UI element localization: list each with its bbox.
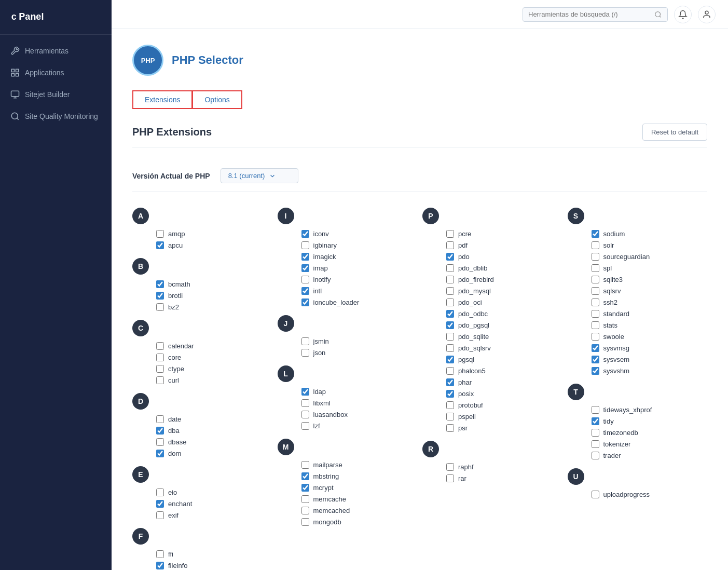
checkbox-pcre[interactable] <box>446 230 454 238</box>
checkbox-pspell[interactable] <box>446 413 454 420</box>
checkbox-pdo_pgsql[interactable] <box>446 321 454 329</box>
monitor-icon <box>10 90 20 99</box>
sidebar-item-applications[interactable]: Applications <box>0 62 112 84</box>
checkbox-mbstring[interactable] <box>301 472 309 480</box>
sidebar-item-sitejet[interactable]: Sitejet Builder <box>0 84 112 105</box>
checkbox-libxml[interactable] <box>301 399 309 407</box>
sidebar-item-herramientas[interactable]: Herramientas <box>0 40 112 62</box>
sidebar-label-herramientas: Herramientas <box>25 47 68 55</box>
letter-badge-R: R <box>422 441 439 457</box>
checkbox-protobuf[interactable] <box>446 401 454 409</box>
checkbox-imap[interactable] <box>301 264 309 272</box>
checkbox-stats[interactable] <box>592 321 599 329</box>
search-input[interactable] <box>528 10 650 18</box>
notification-button[interactable] <box>674 6 692 23</box>
checkbox-exif[interactable] <box>156 511 164 519</box>
checkbox-bcmath[interactable] <box>156 280 164 288</box>
search-wrapper[interactable] <box>523 7 668 22</box>
checkbox-pdo_firebird[interactable] <box>446 276 454 283</box>
checkbox-igbinary[interactable] <box>301 241 309 249</box>
checkbox-jsmin[interactable] <box>301 337 309 345</box>
checkbox-tokenizer[interactable] <box>592 440 599 448</box>
checkbox-sysvmsg[interactable] <box>592 344 599 352</box>
user-icon <box>702 10 711 19</box>
checkbox-psr[interactable] <box>446 424 454 432</box>
checkbox-core[interactable] <box>156 354 164 361</box>
checkbox-sodium[interactable] <box>592 230 599 238</box>
ext-group-J: J jsmin json <box>278 315 418 358</box>
checkbox-pdo_mysql[interactable] <box>446 287 454 295</box>
checkbox-lzf[interactable] <box>301 422 309 430</box>
ext-group-R: R raphf rar <box>422 441 562 484</box>
user-button[interactable] <box>698 6 716 23</box>
checkbox-json[interactable] <box>301 349 309 357</box>
checkbox-ioncube[interactable] <box>301 298 309 306</box>
checkbox-sysvsem[interactable] <box>592 356 599 363</box>
checkbox-apcu[interactable] <box>156 241 164 249</box>
checkbox-pgsql[interactable] <box>446 356 454 363</box>
sidebar-item-sitequality[interactable]: Site Quality Monitoring <box>0 105 112 127</box>
checkbox-sysvshm[interactable] <box>592 367 599 375</box>
checkbox-curl[interactable] <box>156 376 164 384</box>
checkbox-pdo_oci[interactable] <box>446 298 454 306</box>
checkbox-pdo_sqlite[interactable] <box>446 333 454 341</box>
checkbox-swoole[interactable] <box>592 333 599 341</box>
checkbox-tidy[interactable] <box>592 417 599 425</box>
checkbox-timezonedb[interactable] <box>592 429 599 437</box>
version-select-dropdown[interactable]: 8.1 (current) <box>221 168 298 183</box>
checkbox-dbase[interactable] <box>156 438 164 446</box>
checkbox-dba[interactable] <box>156 427 164 435</box>
checkbox-ldap[interactable] <box>301 388 309 396</box>
checkbox-spl[interactable] <box>592 264 599 272</box>
checkbox-pdo[interactable] <box>446 253 454 261</box>
checkbox-fileinfo[interactable] <box>156 562 164 569</box>
sidebar: c Panel Herramientas Applications Siteje… <box>0 0 112 570</box>
svg-rect-2 <box>11 69 14 72</box>
checkbox-ffi[interactable] <box>156 550 164 558</box>
checkbox-posix[interactable] <box>446 390 454 398</box>
checkbox-rar[interactable] <box>446 474 454 482</box>
svg-text:c: c <box>11 11 17 22</box>
checkbox-calendar[interactable] <box>156 342 164 350</box>
svg-point-11 <box>655 11 661 17</box>
checkbox-raphf[interactable] <box>446 463 454 471</box>
checkbox-sourceguardian[interactable] <box>592 253 599 261</box>
checkbox-pdo_sqlsrv[interactable] <box>446 344 454 352</box>
checkbox-ssh2[interactable] <box>592 298 599 306</box>
checkbox-memcached[interactable] <box>301 507 309 514</box>
ext-group-S: S sodium solr sourceguardian spl sqlite3… <box>568 208 708 376</box>
checkbox-mcrypt[interactable] <box>301 484 309 492</box>
checkbox-phalcon5[interactable] <box>446 367 454 375</box>
checkbox-mongodb[interactable] <box>301 518 309 526</box>
checkbox-pdo_odbc[interactable] <box>446 310 454 318</box>
checkbox-pdo_dblib[interactable] <box>446 264 454 272</box>
checkbox-ctype[interactable] <box>156 365 164 373</box>
checkbox-sqlite3[interactable] <box>592 276 599 283</box>
checkbox-dom[interactable] <box>156 450 164 457</box>
checkbox-intl[interactable] <box>301 287 309 295</box>
checkbox-luasandbox[interactable] <box>301 411 309 418</box>
checkbox-tideways[interactable] <box>592 406 599 414</box>
checkbox-memcache[interactable] <box>301 495 309 503</box>
reset-to-default-button[interactable]: Reset to default <box>642 124 707 141</box>
checkbox-eio[interactable] <box>156 488 164 496</box>
checkbox-enchant[interactable] <box>156 500 164 508</box>
bell-icon <box>678 10 688 19</box>
checkbox-imagick[interactable] <box>301 253 309 261</box>
checkbox-solr[interactable] <box>592 241 599 249</box>
checkbox-iconv[interactable] <box>301 230 309 238</box>
checkbox-standard[interactable] <box>592 310 599 318</box>
checkbox-phar[interactable] <box>446 378 454 386</box>
checkbox-date[interactable] <box>156 415 164 423</box>
checkbox-inotify[interactable] <box>301 276 309 283</box>
tab-options[interactable]: Options <box>192 90 242 109</box>
checkbox-uploadprogress[interactable] <box>592 491 599 498</box>
checkbox-mailparse[interactable] <box>301 461 309 469</box>
checkbox-brotli[interactable] <box>156 292 164 300</box>
checkbox-sqlsrv[interactable] <box>592 287 599 295</box>
checkbox-trader[interactable] <box>592 452 599 459</box>
checkbox-pdf[interactable] <box>446 241 454 249</box>
checkbox-bz2[interactable] <box>156 303 164 311</box>
tab-extensions[interactable]: Extensions <box>132 90 192 109</box>
checkbox-amqp[interactable] <box>156 230 164 238</box>
